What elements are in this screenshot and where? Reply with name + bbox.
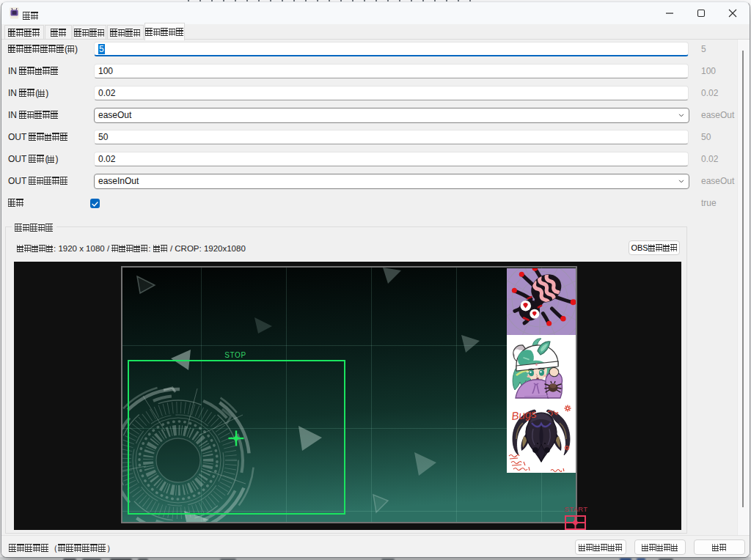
svg-text:STOP: STOP xyxy=(224,351,246,359)
svg-text:START: START xyxy=(565,505,588,513)
svg-text:Bugs: Bugs xyxy=(511,407,538,422)
